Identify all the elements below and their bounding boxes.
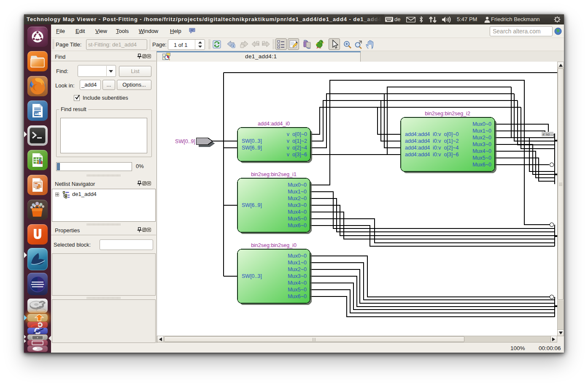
svg-text:4' h0 --: 4' h0 -- bbox=[542, 133, 553, 136]
svg-text:bin2seg:bin2seg_i2: bin2seg:bin2seg_i2 bbox=[425, 111, 470, 117]
svg-text:Mux5~0: Mux5~0 bbox=[288, 216, 307, 222]
svg-text:Mux3~0: Mux3~0 bbox=[288, 202, 307, 208]
svg-text:add4:add4 i0:v o[2]~4: add4:add4 i0:v o[2]~4 bbox=[405, 145, 459, 151]
svg-text:add4:add4 i0:v o[0]~0: add4:add4 i0:v o[0]~0 bbox=[405, 131, 459, 137]
svg-text:Mux5~0: Mux5~0 bbox=[472, 155, 491, 161]
svg-text:Mux4~0: Mux4~0 bbox=[288, 209, 307, 215]
svg-text:Mux6~0: Mux6~0 bbox=[288, 223, 307, 228]
svg-text:Mux1~0: Mux1~0 bbox=[288, 189, 307, 195]
svg-text:SW[0..3]: SW[0..3] bbox=[242, 138, 262, 144]
svg-text:SW[6..9]: SW[6..9] bbox=[242, 202, 262, 208]
svg-text:Mux0~0: Mux0~0 bbox=[472, 121, 491, 127]
svg-text:add4:add4_i0: add4:add4_i0 bbox=[258, 121, 290, 127]
svg-text:Mux2~0: Mux2~0 bbox=[288, 196, 307, 201]
svg-text:Mux3~0: Mux3~0 bbox=[472, 141, 491, 147]
svg-text:v o[1]~2: v o[1]~2 bbox=[287, 138, 307, 144]
svg-text:bin2seg:bin2seg_i0: bin2seg:bin2seg_i0 bbox=[251, 242, 297, 248]
svg-text:add4:add4 i0:v o[1]~2: add4:add4 i0:v o[1]~2 bbox=[405, 138, 459, 144]
svg-text:Mux3~0: Mux3~0 bbox=[288, 273, 307, 279]
svg-text:v o[0]~0: v o[0]~0 bbox=[287, 131, 307, 137]
svg-text:Mux0~0: Mux0~0 bbox=[288, 253, 307, 259]
svg-text:Mux1~0: Mux1~0 bbox=[288, 260, 307, 266]
svg-text:Mux5~0: Mux5~0 bbox=[288, 287, 307, 293]
svg-text:SW[6..9]: SW[6..9] bbox=[242, 145, 262, 151]
svg-text:bin2seg:bin2seg_i1: bin2seg:bin2seg_i1 bbox=[251, 171, 297, 177]
svg-text:v o[2]~4: v o[2]~4 bbox=[287, 145, 307, 151]
svg-text:Mux6~0: Mux6~0 bbox=[288, 294, 307, 299]
svg-text:SW[0..9]: SW[0..9] bbox=[175, 139, 195, 144]
svg-text:add4:add4 i0:v o[3]~6: add4:add4 i0:v o[3]~6 bbox=[405, 152, 459, 158]
svg-text:Mux4~0: Mux4~0 bbox=[288, 280, 307, 286]
svg-text:SW[0..3]: SW[0..3] bbox=[242, 273, 262, 279]
svg-text:Mux1~0: Mux1~0 bbox=[472, 128, 491, 134]
svg-text:Mux6~0: Mux6~0 bbox=[472, 162, 491, 168]
svg-text:Mux4~0: Mux4~0 bbox=[472, 148, 491, 154]
svg-text:Mux0~0: Mux0~0 bbox=[288, 182, 307, 188]
svg-text:Mux2~0: Mux2~0 bbox=[472, 135, 491, 141]
svg-text:Mux2~0: Mux2~0 bbox=[288, 266, 307, 272]
svg-text:v o[3]~6: v o[3]~6 bbox=[287, 152, 307, 158]
